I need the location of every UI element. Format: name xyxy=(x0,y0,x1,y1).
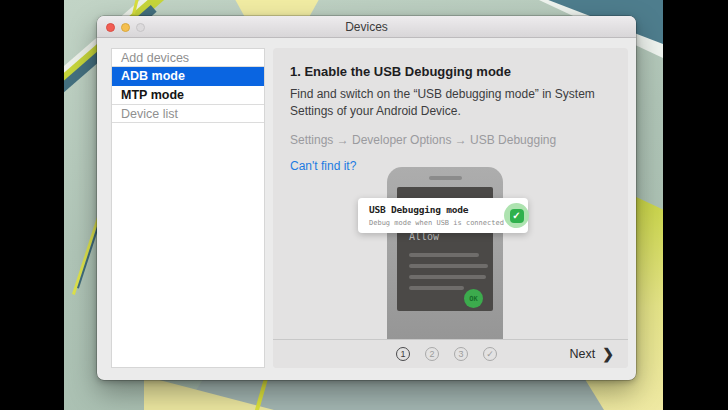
instructions: 1. Enable the USB Debugging mode Find an… xyxy=(273,48,628,173)
checkmark-glyph: ✓ xyxy=(510,209,524,223)
text-placeholder-bar xyxy=(409,253,479,257)
step-indicator-3: 3 xyxy=(454,347,468,361)
main-panel: 1. Enable the USB Debugging mode Find an… xyxy=(273,48,628,368)
step-indicator-2: 2 xyxy=(425,347,439,361)
cant-find-it-link[interactable]: Can't find it? xyxy=(290,159,356,173)
phone-illustration: Allow OK xyxy=(387,167,503,339)
sidebar-item-mtp-mode[interactable]: MTP mode xyxy=(112,86,264,105)
chevron-right-icon: ❯ xyxy=(602,346,614,362)
step-description: Find and switch on the “USB debugging mo… xyxy=(290,86,628,119)
tooltip-subtitle: Debug mode when USB is connected xyxy=(369,219,504,227)
next-button[interactable]: Next ❯ xyxy=(570,344,614,364)
next-label: Next xyxy=(570,347,596,361)
step-indicator-done: ✓ xyxy=(483,347,497,361)
sidebar-item-add-devices[interactable]: Add devices xyxy=(112,49,264,67)
devices-window: Devices Add devices ADB mode MTP mode De… xyxy=(97,16,636,380)
step-indicator-1: 1 xyxy=(396,347,410,361)
step-heading: 1. Enable the USB Debugging mode xyxy=(290,64,628,79)
sidebar-item-adb-mode[interactable]: ADB mode xyxy=(112,67,264,86)
close-button[interactable] xyxy=(106,23,115,32)
traffic-lights xyxy=(106,16,145,38)
tooltip-title: USB Debugging mode xyxy=(369,204,468,215)
sidebar: Add devices ADB mode MTP mode Device lis… xyxy=(111,48,265,368)
window-title: Devices xyxy=(97,16,636,38)
step-indicators: 1 2 3 ✓ xyxy=(396,347,497,361)
sidebar-item-device-list[interactable]: Device list xyxy=(112,105,264,123)
phone-speaker xyxy=(429,176,462,180)
text-placeholder-bar xyxy=(409,264,488,268)
titlebar[interactable]: Devices xyxy=(97,16,636,38)
text-placeholder-bar xyxy=(409,275,486,279)
usb-debug-tooltip: USB Debugging mode Debug mode when USB i… xyxy=(358,198,528,233)
text-placeholder-bar xyxy=(409,286,464,290)
ok-button: OK xyxy=(464,289,483,308)
settings-breadcrumb: Settings → Developer Options → USB Debug… xyxy=(290,133,628,147)
check-icon: ✓ xyxy=(504,203,529,228)
zoom-button xyxy=(136,23,145,32)
screen: Devices Add devices ADB mode MTP mode De… xyxy=(0,0,728,410)
minimize-button[interactable] xyxy=(121,23,130,32)
footer-bar: 1 2 3 ✓ Next ❯ xyxy=(273,339,628,368)
